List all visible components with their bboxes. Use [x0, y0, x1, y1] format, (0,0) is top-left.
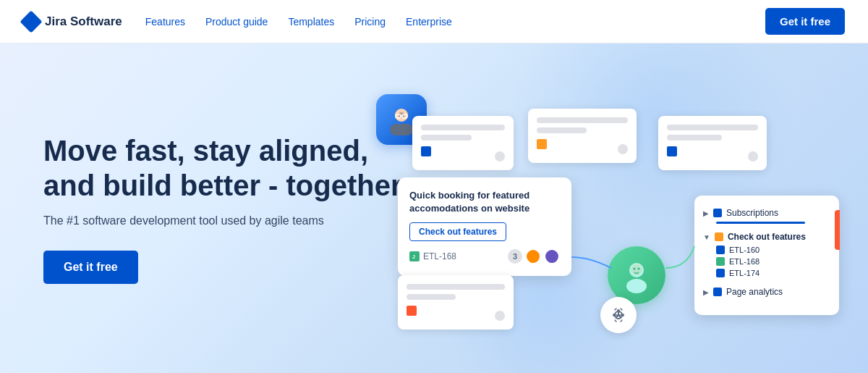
svg-point-22	[621, 314, 624, 317]
main-card-title: Quick booking for featured accomodations…	[409, 189, 560, 215]
panel-card: ▶ Subscriptions ▼ Check out features ETL…	[694, 196, 839, 315]
card-top-right	[658, 116, 767, 170]
card-bar-6	[667, 135, 722, 141]
logo-diamond-icon	[20, 10, 42, 33]
navbar: Jira Software Features Product guide Tem…	[0, 0, 868, 43]
panel-section-checkout: ▼ Check out features ETL-160 ETL-168 ETL…	[703, 230, 830, 279]
panel-row-subscriptions: ▶ Subscriptions	[703, 206, 830, 220]
main-card-footer: J ETL-168 3	[409, 248, 560, 264]
chevron-right-icon-2: ▶	[703, 288, 709, 296]
card-bar-3	[537, 117, 628, 123]
panel-checkout-label: Check out features	[728, 232, 806, 242]
user-avatar-1	[525, 248, 541, 264]
panel-sub-item-3: ETL-174	[703, 267, 830, 279]
analytics-icon	[713, 288, 722, 296]
user-avatar-2	[544, 248, 560, 264]
panel-section-analytics: ▶ Page analytics	[703, 285, 830, 299]
card-circle-4	[495, 311, 505, 321]
card-bottom	[398, 275, 514, 330]
hero-title: Move fast, stay aligned, and build bette…	[43, 133, 402, 203]
count-badge: 3	[508, 249, 522, 264]
hero-cta-button[interactable]: Get it free	[43, 251, 138, 284]
illustration: Quick booking for featured accomodations…	[376, 43, 868, 373]
nav-left: Jira Software Features Product guide Tem…	[23, 14, 452, 30]
svg-point-4	[399, 112, 404, 118]
card-circle-2	[618, 144, 628, 154]
main-card-check-out-btn[interactable]: Check out features	[409, 222, 506, 241]
panel-subscriptions-label: Subscriptions	[726, 208, 778, 218]
svg-point-11	[529, 259, 540, 264]
svg-point-12	[550, 252, 557, 259]
nav-link-features[interactable]: Features	[145, 16, 185, 28]
person-avatar	[608, 246, 665, 304]
panel-sub-item-1: ETL-160	[703, 244, 830, 256]
svg-point-24	[617, 309, 620, 312]
svg-text:J: J	[412, 254, 415, 259]
panel-row-analytics: ▶ Page analytics	[703, 285, 830, 299]
card-bar-7	[407, 284, 505, 290]
panel-row-checkout: ▼ Check out features	[703, 230, 830, 244]
nav-link-product-guide[interactable]: Product guide	[205, 16, 268, 28]
id-icon: J	[409, 251, 420, 261]
card-circle	[495, 151, 505, 162]
card-blue-square-2	[667, 146, 677, 156]
subscriptions-progress-bar	[716, 222, 805, 224]
nav-link-pricing[interactable]: Pricing	[354, 16, 386, 28]
checkout-icon	[715, 232, 723, 241]
panel-section-subscriptions: ▶ Subscriptions	[703, 206, 830, 224]
card-bar-2	[421, 135, 472, 141]
sub-item-2-icon	[716, 257, 725, 266]
main-feature-card: Quick booking for featured accomodations…	[398, 177, 571, 276]
svg-rect-2	[390, 124, 413, 135]
nav-link-enterprise[interactable]: Enterprise	[406, 16, 452, 28]
card-circle-3	[748, 151, 758, 162]
orange-accent-bar	[835, 210, 840, 250]
card-orange-square	[537, 139, 547, 149]
main-card-id-text: ETL-168	[423, 251, 456, 261]
card-red-square	[407, 306, 417, 316]
card-bar-8	[407, 294, 456, 300]
nav-link-templates[interactable]: Templates	[288, 16, 334, 28]
hero-content: Move fast, stay aligned, and build bette…	[43, 133, 402, 284]
nav-links: Features Product guide Templates Pricing…	[145, 16, 452, 28]
chevron-right-icon: ▶	[703, 209, 709, 217]
panel-item-3-text: ETL-174	[729, 269, 760, 277]
svg-point-16	[626, 279, 647, 293]
panel-sub-item-2: ETL-168	[703, 256, 830, 267]
card-top-middle	[528, 109, 637, 163]
main-card-id: J ETL-168	[409, 251, 456, 261]
card-bar-4	[537, 127, 587, 133]
tools-icon	[600, 297, 637, 333]
card-top-left	[412, 116, 514, 170]
panel-analytics-label: Page analytics	[726, 287, 783, 297]
nav-cta-button[interactable]: Get it free	[765, 8, 845, 35]
svg-point-18	[634, 268, 636, 270]
svg-point-19	[638, 268, 640, 270]
hero-section: Move fast, stay aligned, and build bette…	[0, 43, 868, 373]
logo-text: Jira Software	[45, 14, 122, 29]
card-bar-5	[667, 125, 758, 130]
main-card-avatars: 3	[508, 248, 560, 264]
card-bar-1	[421, 125, 505, 130]
subscriptions-icon	[713, 209, 722, 217]
chevron-down-icon: ▼	[703, 233, 710, 241]
svg-point-13	[548, 259, 559, 264]
logo[interactable]: Jira Software	[23, 14, 122, 30]
svg-point-10	[531, 252, 538, 259]
hero-subtitle: The #1 software development tool used by…	[43, 214, 402, 227]
sub-item-1-icon	[716, 246, 725, 254]
panel-item-2-text: ETL-168	[729, 257, 760, 266]
card-blue-square	[421, 146, 431, 156]
panel-item-1-text: ETL-160	[729, 246, 760, 254]
sub-item-3-icon	[716, 269, 725, 277]
svg-point-21	[613, 314, 616, 317]
